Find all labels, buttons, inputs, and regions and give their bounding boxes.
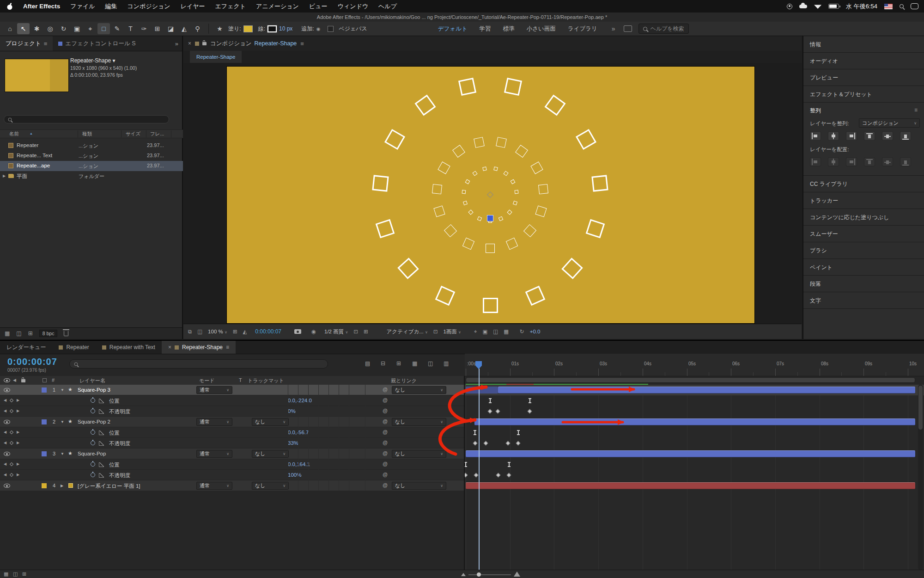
scrollbar-thumb[interactable] xyxy=(918,386,923,430)
keyframe-marker[interactable] xyxy=(465,462,467,467)
menubar-item-7[interactable]: ウィンドウ xyxy=(338,2,369,11)
right-panel-item-bottom-0[interactable]: CC ライブラリ xyxy=(803,176,924,192)
keyframe-marker[interactable] xyxy=(508,462,511,467)
stopwatch-icon[interactable] xyxy=(91,462,95,467)
align-target-dropdown[interactable]: コンポジション∨ xyxy=(859,118,920,128)
input-source-flag-icon[interactable] xyxy=(884,4,893,9)
right-panel-item-top-0[interactable]: 情報 xyxy=(803,36,924,53)
menubar-item-1[interactable]: 編集 xyxy=(105,2,117,11)
layer-visibility-eye-icon[interactable] xyxy=(4,388,10,392)
workspace-3[interactable]: 小さい画面 xyxy=(527,25,556,33)
align-left-button[interactable] xyxy=(810,131,821,141)
graph-toggle-icon[interactable] xyxy=(99,430,104,435)
tool-puppet-pin[interactable]: ⚲ xyxy=(191,23,204,34)
bit-depth[interactable]: 8 bpc xyxy=(39,330,58,337)
layer-label-color-swatch[interactable] xyxy=(42,483,47,488)
layer-duration-bar-4[interactable] xyxy=(466,482,915,489)
add-keyframe-diamond-icon[interactable] xyxy=(10,409,13,413)
menu-clock[interactable]: 水 午後6:54 xyxy=(846,2,877,11)
distribute-vcenter-button[interactable] xyxy=(882,157,893,166)
selected-shape-square[interactable] xyxy=(487,215,493,221)
prev-keyframe-icon[interactable]: ◀ xyxy=(4,409,6,413)
twirl-icon[interactable]: ▼ xyxy=(61,452,64,456)
always-preview-icon[interactable]: ⧉ xyxy=(188,329,192,335)
parent-dropdown[interactable]: なし∨ xyxy=(392,418,446,426)
panel-tabs-overflow-icon[interactable]: » xyxy=(175,40,178,47)
twirl-icon[interactable]: ▶ xyxy=(3,174,6,178)
layer-name[interactable]: Square-Pop 3 xyxy=(78,387,110,393)
project-column-1[interactable]: 種類 xyxy=(82,131,92,137)
property-row-3-1[interactable]: ◀▶不透明度100%@ xyxy=(0,470,465,480)
bezier-label[interactable]: ベジェパス xyxy=(339,25,367,33)
property-pickwhip-icon[interactable]: @ xyxy=(383,397,388,403)
prev-keyframe-icon[interactable]: ◀ xyxy=(4,398,6,402)
timeline-zoom-slider[interactable] xyxy=(468,574,511,575)
keyframe-diamond[interactable] xyxy=(473,441,478,446)
reset-exposure-icon[interactable]: ↻ xyxy=(520,328,524,335)
layer-label-color-swatch[interactable] xyxy=(42,387,47,393)
mode-column-header[interactable]: モード xyxy=(199,377,215,384)
track-matte-column-header[interactable]: トラックマット xyxy=(248,377,284,384)
layer-mode-dropdown[interactable]: 通常∨ xyxy=(196,450,232,458)
workspace-2[interactable]: 標準 xyxy=(503,25,515,33)
tool-pan-behind[interactable]: ⌖ xyxy=(84,23,97,34)
keyframe-diamond[interactable] xyxy=(496,409,500,414)
parent-dropdown[interactable]: なし∨ xyxy=(392,482,446,490)
menubar-item-3[interactable]: レイヤー xyxy=(181,2,205,11)
stopwatch-icon[interactable] xyxy=(91,473,95,477)
new-comp-icon[interactable]: ⊞ xyxy=(28,330,33,337)
layer-duration-bar-3[interactable] xyxy=(466,450,915,457)
next-keyframe-icon[interactable]: ▶ xyxy=(17,398,19,402)
menubar-item-5[interactable]: アニメーション xyxy=(256,2,299,11)
flowchart-button-icon[interactable]: ▦ xyxy=(504,328,509,335)
stopwatch-icon[interactable] xyxy=(91,409,95,413)
property-value[interactable]: 0% xyxy=(288,408,296,414)
frame-blending-icon[interactable]: ▦ xyxy=(412,360,417,367)
property-pickwhip-icon[interactable]: @ xyxy=(383,440,388,445)
tool-rectangle[interactable]: □ xyxy=(97,23,110,34)
add-keyframe-diamond-icon[interactable] xyxy=(10,462,13,466)
new-folder-icon[interactable]: ◫ xyxy=(16,330,21,337)
add-label[interactable]: 追加: xyxy=(301,25,314,33)
show-channel-icon[interactable]: ◉ xyxy=(311,328,316,335)
right-panel-item-bottom-1[interactable]: トラッカー xyxy=(803,192,924,209)
stopwatch-icon[interactable] xyxy=(91,398,95,403)
tool-rotate[interactable]: ↻ xyxy=(57,23,70,34)
tab-effect-controls[interactable]: エフェクトコントロール S xyxy=(53,36,141,51)
menubar-item-0[interactable]: ファイル xyxy=(70,2,95,11)
layer-row-1[interactable]: 1▼★Square-Pop 3通常∨@なし∨ xyxy=(0,385,465,395)
tab-project[interactable]: プロジェクト≡ xyxy=(0,36,53,51)
keyframe-diamond[interactable] xyxy=(465,473,468,478)
exposure-value[interactable]: +0.0 xyxy=(530,329,541,334)
project-search-input[interactable] xyxy=(4,115,169,123)
property-row-1-0[interactable]: ◀▶位置0.0,-224.0@ xyxy=(0,395,465,406)
graph-toggle-icon[interactable] xyxy=(99,409,104,414)
add-keyframe-diamond-icon[interactable] xyxy=(10,430,13,434)
property-pickwhip-icon[interactable]: @ xyxy=(383,408,388,413)
record-indicator-icon[interactable] xyxy=(787,4,792,9)
help-search-box[interactable]: ヘルプを検索 xyxy=(638,24,689,34)
fast-previews-icon[interactable]: ▣ xyxy=(482,328,487,335)
align-top-button[interactable] xyxy=(864,131,875,141)
graph-toggle-icon[interactable] xyxy=(99,462,104,467)
comp-name[interactable]: Repeater-Shape ▾ xyxy=(70,57,115,64)
property-pickwhip-icon[interactable]: @ xyxy=(383,461,388,467)
view-layout-dropdown[interactable]: 1画面 ∨ xyxy=(443,328,461,335)
cloud-sync-icon[interactable] xyxy=(799,5,807,8)
layer-name[interactable]: Square-Pop xyxy=(78,451,106,456)
stopwatch-icon[interactable] xyxy=(91,430,95,435)
timeline-ruler[interactable]: :00s01s02s03s04s05s06s07s08s09s10s xyxy=(465,354,924,376)
snapshot-camera-icon[interactable] xyxy=(294,329,301,334)
right-panel-item-top-3[interactable]: エフェクト＆プリセット xyxy=(803,86,924,103)
timeline-tab-1[interactable]: Repeater xyxy=(52,341,95,354)
project-column-0[interactable]: 名前 xyxy=(9,131,19,137)
viewer-panel-type[interactable]: コンポジション xyxy=(210,40,252,48)
tool-pen[interactable]: ✎ xyxy=(111,23,123,34)
menubar-item-8[interactable]: ヘルプ xyxy=(378,2,397,11)
add-keyframe-diamond-icon[interactable] xyxy=(10,441,13,445)
resolution-dropdown[interactable]: 1/2 画質 ∨ xyxy=(324,328,348,335)
control-center-icon[interactable] xyxy=(911,3,918,9)
right-panel-item-bottom-5[interactable]: ペイント xyxy=(803,259,924,276)
workspace-0[interactable]: デフォルト xyxy=(438,25,468,33)
layer-name-column-header[interactable]: レイヤー名 xyxy=(79,377,105,384)
